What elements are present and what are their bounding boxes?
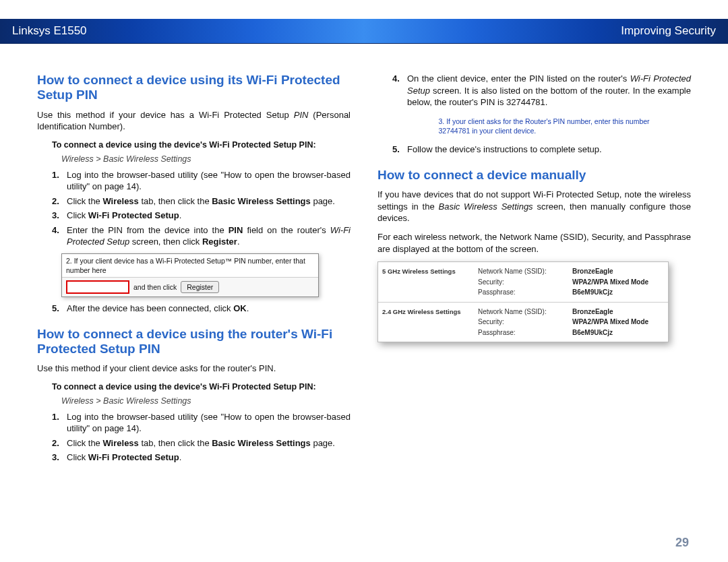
section-b-steps-right: On the client device, enter the PIN list… (392, 73, 691, 108)
section-c-title: How to connect a device manually (377, 168, 691, 183)
wps-andthen: and then click (133, 282, 177, 292)
header-right: Improving Security (621, 24, 716, 38)
section-b-title: How to connect a device using the router… (37, 327, 351, 356)
right-column: On the client device, enter the PIN list… (377, 61, 691, 542)
step: Click the Wireless tab, then click the B… (52, 195, 351, 208)
wps-pin-figure: 2. If your client device has a Wi-Fi Pro… (61, 253, 351, 297)
wireless-settings-card: 5 GHz Wireless Settings Network Name (SS… (377, 261, 669, 342)
section-a-steps-cont: After the device has been connected, cli… (52, 303, 351, 315)
left-column: How to connect a device using its Wi-Fi … (37, 61, 351, 542)
page-body: How to connect a device using its Wi-Fi … (37, 61, 691, 542)
step: Log into the browser-based utility (see … (52, 411, 351, 435)
page-header: Linksys E1550 Improving Security (0, 19, 728, 44)
wps-pin-input[interactable] (66, 280, 129, 294)
step: Log into the browser-based utility (see … (52, 169, 351, 193)
step: Follow the device's instructions to comp… (392, 144, 691, 156)
band-5ghz: 5 GHz Wireless Settings Network Name (SS… (378, 262, 668, 302)
router-pin-figure: 3. If your client asks for the Router's … (402, 114, 691, 138)
step: After the device has been connected, cli… (52, 303, 351, 315)
section-a-intro: Use this method if your device has a Wi-… (37, 109, 351, 133)
section-c-p2: For each wireless network, the Network N… (377, 231, 691, 255)
section-a-subhead: To connect a device using the device's W… (52, 139, 351, 151)
section-b-subhead: To connect a device using the device's W… (52, 381, 351, 393)
band-24ghz: 2.4 GHz Wireless Settings Network Name (… (378, 302, 668, 342)
section-b-intro: Use this method if your client device as… (37, 363, 351, 375)
section-a-steps: Log into the browser-based utility (see … (52, 169, 351, 248)
section-b-breadcrumb: Wireless > Basic Wireless Settings (61, 396, 351, 407)
register-button[interactable]: Register (181, 281, 219, 293)
page-number: 29 (675, 536, 689, 550)
band-5ghz-label: 5 GHz Wireless Settings (378, 262, 474, 302)
section-a-breadcrumb: Wireless > Basic Wireless Settings (61, 154, 351, 165)
section-b-steps-right2: Follow the device's instructions to comp… (392, 144, 691, 156)
header-left: Linksys E1550 (12, 24, 87, 38)
section-b-steps: Log into the browser-based utility (see … (52, 411, 351, 464)
wps-note: 2. If your client device has a Wi-Fi Pro… (62, 254, 318, 278)
step: Enter the PIN from the device into the P… (52, 224, 351, 248)
step: Click Wi-Fi Protected Setup. (52, 451, 351, 464)
section-a-title: How to connect a device using its Wi-Fi … (37, 73, 351, 102)
router-pin-text: 3. If your client asks for the Router's … (435, 114, 659, 138)
section-c-p1: If you have devices that do not support … (377, 189, 691, 224)
step: Click the Wireless tab, then click the B… (52, 437, 351, 449)
step: On the client device, enter the PIN list… (392, 73, 691, 108)
step: Click Wi-Fi Protected Setup. (52, 210, 351, 222)
band-24ghz-label: 2.4 GHz Wireless Settings (378, 303, 474, 342)
wps-pin-box: 2. If your client device has a Wi-Fi Pro… (61, 253, 319, 297)
